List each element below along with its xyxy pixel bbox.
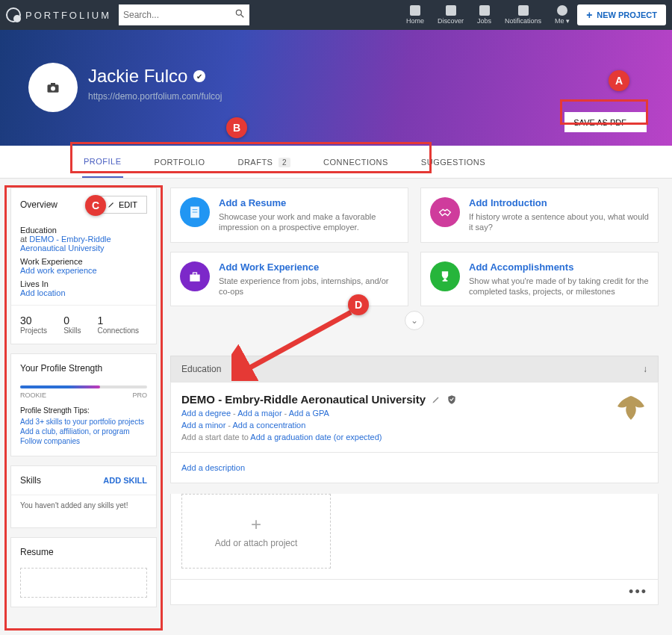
camera-icon [46,81,60,93]
svg-rect-10 [444,278,446,280]
add-degree-link[interactable]: Add a degree [181,409,231,418]
strength-bar [20,385,147,388]
svg-rect-9 [193,273,197,275]
nav-jobs[interactable]: Jobs [477,5,491,25]
education-more-row: ••• [170,580,659,605]
nav-jobs-label: Jobs [477,17,491,25]
drafts-count-badge: 2 [279,158,290,167]
save-as-pdf-button[interactable]: SAVE AS PDF ⌄ [564,112,647,132]
top-nav: PORTFOLIUM Home Discover Jobs Notificati… [0,0,672,30]
tab-portfolio[interactable]: PORTFOLIO [153,147,207,177]
search-input[interactable] [123,10,228,20]
tab-drafts-label: DRAFTS [237,158,273,167]
tip-follow-companies[interactable]: Follow companies [20,437,147,445]
skills-empty-text: You haven't added any skills yet! [11,495,156,527]
add-work-experience-link[interactable]: Add work experience [20,266,147,275]
annotation-marker-b: B [226,117,247,138]
tab-profile[interactable]: PROFILE [82,146,123,178]
add-description-link[interactable]: Add a description [181,463,245,472]
plus-icon: + [586,9,592,21]
tab-suggestions[interactable]: SUGGESTIONS [420,147,487,177]
nav-notifications-label: Notifications [505,17,541,25]
more-icon[interactable]: ••• [629,584,647,599]
promo-resume-desc: Showcase your work and make a favorable … [219,211,399,233]
tab-connections[interactable]: CONNECTIONS [322,147,390,177]
education-prefix: at [20,235,29,244]
add-concentration-link[interactable]: Add a concentration [232,421,305,430]
resume-dropzone[interactable] [20,568,147,598]
education-header-label: Education [181,364,221,374]
nav-me[interactable]: Me ▾ [555,5,570,25]
education-link[interactable]: DEMO - Embry-Riddle Aeronautical Univers… [20,235,111,253]
new-project-button[interactable]: + NEW PROJECT [577,4,666,25]
strength-title: Your Profile Strength [20,363,147,374]
nav-notifications[interactable]: Notifications [505,5,541,25]
tip-add-club[interactable]: Add a club, affiliation, or program [20,427,147,436]
annotation-marker-d: D [348,294,369,315]
nav-me-label: Me ▾ [555,17,570,25]
strength-fill [20,385,100,388]
profile-hero: Jackie Fulco ✔ https://demo.portfolium.c… [0,30,672,146]
expand-toggle[interactable]: ⌄ [405,311,424,330]
profile-url[interactable]: https://demo.portfolium.com/fulcoj [88,91,222,102]
add-major-link[interactable]: Add a major [237,409,281,418]
tip-add-skills[interactable]: Add 3+ skills to your portfolio projects [20,418,147,426]
education-description-row: Add a description [170,453,659,483]
document-icon [180,197,210,227]
tab-drafts[interactable]: DRAFTS 2 [236,147,292,177]
avatar-upload[interactable] [28,63,78,112]
promo-add-work[interactable]: Add Work ExperienceState experience from… [170,252,408,307]
handshake-icon [430,197,460,227]
education-label: Education [20,226,147,235]
add-start-date-text[interactable]: Add a start date [181,433,240,442]
nav-discover[interactable]: Discover [438,5,464,25]
promo-add-introduction[interactable]: Add IntroductionIf history wrote a sente… [420,188,659,243]
overview-title: Overview [20,199,57,210]
promo-add-accomplishments[interactable]: Add AccomplishmentsShow what you're made… [420,252,659,307]
stat-skills[interactable]: 0Skills [63,315,81,335]
chevron-down-icon: ⌄ [631,117,638,127]
strength-pro-label: PRO [132,391,147,399]
pencil-icon [108,201,115,208]
promo-add-resume[interactable]: Add a ResumeShowcase your work and make … [170,188,408,243]
education-card: DEMO - Embry-Riddle Aeronautical Univers… [170,382,659,453]
add-project-label: Add or attach project [215,538,298,548]
resume-title: Resume [20,547,147,557]
svg-point-3 [51,87,55,91]
main-content: Add a ResumeShowcase your work and make … [170,188,659,616]
add-gpa-link[interactable]: Add a GPA [289,409,329,418]
skills-title: Skills [20,475,41,486]
profile-name: Jackie Fulco ✔ [88,66,222,87]
stat-projects[interactable]: 30Projects [20,315,47,335]
add-grad-date-link[interactable]: Add a graduation date (or expected) [250,433,382,442]
add-location-link[interactable]: Add location [20,288,147,297]
add-skill-button[interactable]: ADD SKILL [103,476,147,485]
school-logo-icon [615,393,647,423]
promo-work-title: Add Work Experience [219,261,399,273]
briefcase-icon [180,261,210,291]
nav-home[interactable]: Home [406,5,424,25]
profile-strength-card: Your Profile Strength ROOKIEPRO Profile … [10,353,157,456]
resume-card: Resume [10,537,157,607]
add-project-dropzone[interactable]: + Add or attach project [181,494,331,569]
search-box[interactable] [119,4,249,25]
pencil-icon[interactable] [432,395,441,404]
bell-icon [518,5,529,16]
lives-label: Lives In [20,279,147,288]
annotation-arrow-d [231,306,358,381]
search-icon[interactable] [234,8,245,22]
brand-text: PORTFOLIUM [25,10,111,21]
skills-card: Skills ADD SKILL You haven't added any s… [10,465,157,528]
stat-connections[interactable]: 1Connections [97,315,139,335]
promo-intro-title: Add Introduction [469,197,649,208]
brand-logo[interactable]: PORTFOLIUM [6,7,111,22]
education-project-row: + Add or attach project [170,494,659,580]
logo-mark-icon [6,7,21,22]
promo-accom-desc: Show what you're made of by taking credi… [469,276,649,297]
nav-links: Home Discover Jobs Notifications Me ▾ [406,5,570,25]
add-minor-link[interactable]: Add a minor [181,421,225,430]
nav-discover-label: Discover [438,17,464,25]
promo-intro-desc: If history wrote a sentence about you, w… [469,211,649,233]
svg-rect-4 [51,83,55,85]
profile-name-text: Jackie Fulco [88,66,187,87]
